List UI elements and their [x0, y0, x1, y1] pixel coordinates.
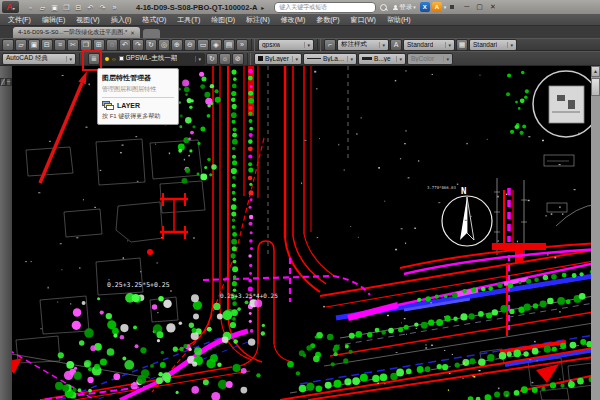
qat-save-icon[interactable]: ▣ — [49, 2, 60, 13]
minimize-button[interactable]: ─ — [464, 1, 469, 13]
menu-bar: 文件(F)编辑(E)视图(V)插入(I)格式(O)工具(T)绘图(D)标注(N)… — [0, 14, 600, 26]
table-style-icon[interactable]: ▦ — [456, 39, 468, 51]
paste-icon[interactable]: ◌ — [106, 39, 118, 51]
qat-open-icon[interactable]: ▱ — [37, 2, 48, 13]
copy-icon[interactable]: ⊞ — [93, 39, 105, 51]
plot-preview-icon[interactable]: ≡ — [54, 39, 66, 51]
zoom-in-icon[interactable]: ⊖ — [184, 39, 196, 51]
svg-text:0.25+3.25*5+0.25: 0.25+3.25*5+0.25 — [107, 281, 170, 289]
tooltip-description: 管理图层和图层特性 — [102, 85, 174, 94]
plotstyle-combo: ByColor▾ — [407, 53, 453, 65]
svg-text:3.770*866.03: 3.770*866.03 — [427, 185, 456, 190]
drawing-tab-label: 4-16-D09-S-S0...一阶段绿化改迁平面图.* — [18, 28, 127, 37]
publish-icon[interactable]: ✂ — [67, 39, 79, 51]
layer-combo[interactable]: ☼ GPSWL-主线一期▾ — [101, 53, 205, 65]
cut-icon[interactable]: ❐ — [80, 39, 92, 51]
layer-isolate-icon[interactable]: ⊘ — [232, 53, 244, 65]
autodesk360-button[interactable]: A — [432, 2, 442, 12]
color-chip — [258, 56, 263, 61]
tooltip-title: 图层特性管理器 — [102, 73, 174, 83]
chevron-down-icon: ▾ — [444, 4, 447, 10]
properties-icon[interactable]: ▤ — [223, 39, 235, 51]
table-style-combo[interactable]: Standari▾ — [469, 39, 517, 51]
text-style-combo[interactable]: Standard▾ — [403, 39, 455, 51]
window-controls: ─ ▢ ✕ — [464, 1, 495, 13]
qat-new-icon[interactable]: ▫ — [25, 2, 36, 13]
menu-item-9[interactable]: 参数(P) — [316, 15, 339, 25]
qat-more-icon[interactable]: » — [109, 2, 120, 13]
menu-item-2[interactable]: 视图(V) — [76, 15, 99, 25]
toolbar-separator — [251, 39, 255, 51]
title-bar: A▾ ▫▱▣❐⊟↶↷» 4-16-D09-S-S08-PBO-QT-100002… — [0, 0, 600, 14]
tab-close-icon[interactable]: ✕ — [130, 30, 135, 36]
menu-item-4[interactable]: 格式(O) — [142, 15, 166, 25]
qat-redo-icon[interactable]: ↷ — [97, 2, 108, 13]
standard-toolbar-icons: ▫▱▣⊟≡✂❐⊞◌↶↷↻◎⊕⊖▭◈▤» — [2, 39, 248, 51]
quick-access-toolbar: ▫▱▣❐⊟↶↷» — [25, 2, 120, 13]
svg-text:0.25+3.25*4+0.25: 0.25+3.25*4+0.25 — [220, 292, 278, 299]
sign-in-button[interactable]: 登录 ▾ — [391, 2, 418, 13]
menu-item-7[interactable]: 标注(N) — [246, 15, 270, 25]
drawing-tab-active[interactable]: 4-16-D09-S-S0...一阶段绿化改迁平面图.* ✕ — [13, 27, 140, 38]
scroll-up-icon[interactable]: ▲ — [591, 66, 600, 77]
lineweight-sample — [362, 57, 372, 60]
plot-icon[interactable]: ⊟ — [41, 39, 53, 51]
qat-plot-icon[interactable]: ⊟ — [73, 2, 84, 13]
tooltip-help: 按 F1 键获得更多帮助 — [102, 112, 174, 121]
color-combo[interactable]: ByLayer▾ — [254, 53, 302, 65]
search-button[interactable] — [378, 2, 389, 13]
menu-item-6[interactable]: 绘图(D) — [211, 15, 235, 25]
workspace-combo[interactable]: AutoCAD 经典▾ — [2, 53, 76, 65]
text-style-icon[interactable]: A — [390, 39, 402, 51]
menu-item-8[interactable]: 修改(M) — [281, 15, 306, 25]
menu-item-3[interactable]: 插入(I) — [111, 15, 132, 25]
menu-item-10[interactable]: 窗口(W) — [351, 15, 376, 25]
zoom-window-icon[interactable]: ◈ — [210, 39, 222, 51]
layer-previous-icon[interactable]: ☼ — [219, 53, 231, 65]
linetype-combo[interactable]: ByLayer▾ — [303, 53, 357, 65]
zoom-realtime-icon[interactable]: ⊕ — [171, 39, 183, 51]
layer-color-chip — [119, 56, 124, 61]
layer-tooltip: 图层特性管理器 管理图层和图层特性 LAYER 按 F1 键获得更多帮助 — [97, 68, 179, 125]
lineweight-combo[interactable]: B...ye▾ — [358, 53, 406, 65]
chevron-down-icon: ▾ — [413, 4, 416, 10]
qat-undo-icon[interactable]: ↶ — [85, 2, 96, 13]
menu-item-11[interactable]: 帮助(H) — [387, 15, 411, 25]
undo-icon[interactable]: ↷ — [132, 39, 144, 51]
file-tab-bar: 4-16-D09-S-S0...一阶段绿化改迁平面图.* ✕ — [0, 26, 600, 38]
vertical-scrollbar[interactable]: ▲ — [591, 66, 600, 400]
redraw-icon[interactable]: ◎ — [158, 39, 170, 51]
menu-item-5[interactable]: 工具(T) — [177, 15, 200, 25]
designcenter-icon[interactable]: » — [236, 39, 248, 51]
redo-icon[interactable]: ↻ — [145, 39, 157, 51]
make-object-layer-current-icon[interactable]: ↻ — [206, 53, 218, 65]
application-menu-button[interactable]: A▾ — [2, 1, 19, 13]
layer-tools: ↻☼⊘ — [206, 53, 244, 65]
help-search-input[interactable]: 键入关键字或短语 — [274, 2, 376, 13]
zoom-out-icon[interactable]: ▭ — [197, 39, 209, 51]
exchange-apps-button[interactable]: X — [420, 2, 430, 12]
dim-style-combo[interactable]: 标注样式▾ — [337, 39, 389, 51]
user-icon — [393, 5, 398, 10]
menu-item-1[interactable]: 编辑(E) — [42, 15, 65, 25]
close-button[interactable]: ✕ — [490, 1, 496, 13]
linetype-sample — [307, 58, 321, 59]
layer-on-icon — [105, 57, 109, 61]
dimension-style-icon[interactable]: ⌐ — [324, 39, 336, 51]
menu-item-0[interactable]: 文件(F) — [8, 15, 31, 25]
draw-order-combo[interactable]: gpsxw▾ — [258, 39, 314, 51]
new-icon[interactable]: ▫ — [2, 39, 14, 51]
save-icon[interactable]: ▣ — [28, 39, 40, 51]
scrollbar-thumb[interactable] — [591, 78, 600, 96]
sign-in-label: 登录 — [399, 3, 412, 12]
pin-icon — [450, 5, 454, 9]
window-title: 4-16-D09-S-S08-PBO-QT-100002-A — [136, 3, 257, 12]
new-tab-button[interactable] — [143, 29, 160, 38]
toolbar-separator — [247, 53, 251, 65]
qat-save-as-icon[interactable]: ❐ — [61, 2, 72, 13]
match-properties-icon[interactable]: ↶ — [119, 39, 131, 51]
line-icon[interactable]: ╱ — [0, 78, 6, 86]
svg-text:N: N — [461, 186, 466, 196]
maximize-button[interactable]: ▢ — [476, 1, 483, 13]
open-icon[interactable]: ▱ — [15, 39, 27, 51]
